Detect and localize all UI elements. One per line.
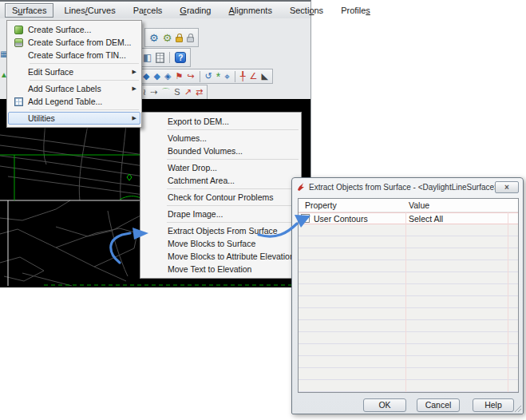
menu-item-label: Bounded Volumes... — [168, 146, 296, 156]
table-row-empty[interactable] — [299, 260, 518, 272]
table-row-empty[interactable] — [299, 344, 518, 356]
property-column-cell: User Contours — [299, 214, 405, 224]
cancel-button[interactable]: Cancel — [417, 398, 460, 412]
checkbox-checked-icon[interactable] — [301, 214, 310, 223]
table-header-row: Property Value — [299, 199, 518, 212]
toolbar-tools: ◧? — [138, 48, 191, 67]
menu-item-catchment-area[interactable]: Catchment Area... — [141, 174, 300, 187]
table-row-empty[interactable] — [299, 368, 518, 380]
table-row-empty[interactable] — [299, 332, 518, 344]
diamond-icon[interactable]: ◆ — [143, 72, 149, 81]
dialog-app-icon — [296, 182, 306, 192]
menu-icon-cell — [9, 97, 28, 106]
menu-item-label: Drape Image... — [168, 209, 296, 219]
table-row-user-contours[interactable]: User ContoursSelect All — [299, 212, 518, 224]
submenu-arrow-icon: ▶ — [132, 115, 136, 121]
star-green-icon[interactable]: * — [216, 71, 220, 82]
menu-item-label: Add Surface Labels — [28, 84, 129, 93]
menu-item-move-text-to-elevation[interactable]: Move Text to Elevation — [141, 263, 300, 275]
panel-icon[interactable]: ◧ — [143, 53, 152, 62]
polyline-icon[interactable]: ≀ — [143, 88, 146, 97]
menu-separator — [167, 222, 299, 223]
flag-icon[interactable]: ⚑ — [175, 72, 183, 81]
table-row-empty[interactable] — [299, 380, 518, 392]
menu-item-water-drop[interactable]: Water Drop... — [141, 161, 300, 174]
menu-item-label: Create Surface from TIN... — [28, 50, 136, 60]
menu-item-label: Extract Objects From Surface — [168, 226, 296, 236]
table-row-empty[interactable] — [299, 224, 518, 236]
menu-item-create-surface-from-dem[interactable]: Create Surface from DEM... — [8, 36, 140, 49]
help-icon[interactable]: ? — [175, 52, 186, 63]
gear-green-icon[interactable]: ⚙ — [163, 33, 172, 43]
table-row-empty[interactable] — [299, 236, 518, 248]
menu-item-move-blocks-to-attribute-elevation[interactable]: Move Blocks to Attribute Elevation — [141, 250, 300, 263]
lock-closed-icon[interactable] — [176, 37, 183, 42]
calculator-icon[interactable] — [156, 53, 164, 63]
arrow-ne-icon[interactable]: ↗ — [184, 88, 192, 97]
arrow-turn-icon[interactable]: ↪ — [187, 72, 194, 81]
corner-icon[interactable]: ◣ — [261, 72, 267, 81]
toolbar-separator — [200, 71, 200, 82]
menu-separator — [167, 129, 299, 130]
diamond-pencil-icon[interactable]: ◈ — [164, 72, 171, 81]
surfaces-menu: Create Surface...Create Surface from DEM… — [6, 20, 142, 128]
table-row-empty[interactable] — [299, 284, 518, 296]
menubar-item-sections[interactable]: Sections — [283, 3, 330, 18]
menu-item-move-blocks-to-surface[interactable]: Move Blocks to Surface — [141, 237, 300, 250]
table-row-empty[interactable] — [299, 248, 518, 260]
spline-icon[interactable]: S — [174, 88, 180, 97]
menu-icon-cell — [9, 26, 28, 34]
value-cell[interactable]: Select All — [405, 214, 443, 224]
diamond-icon[interactable]: ◆ — [153, 72, 160, 81]
close-icon[interactable]: × — [495, 181, 519, 193]
green-diamond-marker — [127, 174, 132, 180]
menu-item-add-legend-table[interactable]: Add Legend Table... — [8, 95, 140, 108]
menu-separator — [167, 188, 299, 189]
menubar-item-surfaces[interactable]: Surfaces — [5, 3, 53, 18]
angle-icon[interactable]: ∠ — [250, 72, 258, 81]
menu-item-bounded-volumes[interactable]: Bounded Volumes... — [141, 145, 300, 157]
dialog-titlebar[interactable]: Extract Objects from Surface - <Daylight… — [292, 178, 523, 196]
create-surface-icon — [14, 26, 23, 34]
table-row-empty[interactable] — [299, 356, 518, 368]
table-row-empty[interactable] — [299, 320, 518, 332]
property-cell: User Contours — [314, 214, 368, 224]
help-button[interactable]: Help — [473, 398, 514, 412]
table-row-empty[interactable] — [299, 308, 518, 320]
menu-item-add-surface-labels[interactable]: Add Surface Labels▶ — [8, 82, 140, 95]
table-row-empty[interactable] — [299, 272, 518, 284]
utilities-submenu: Export to DEM...Volumes...Bounded Volume… — [140, 112, 302, 279]
menu-item-export-to-dem[interactable]: Export to DEM... — [141, 115, 300, 128]
table-row-empty[interactable] — [299, 296, 518, 308]
lock-open-icon[interactable] — [187, 37, 194, 42]
ok-button[interactable]: OK — [363, 398, 406, 412]
menu-item-drape-image[interactable]: Drape Image... — [141, 208, 300, 220]
menu-item-edit-surface[interactable]: Edit Surface▶ — [8, 65, 140, 78]
menu-item-check-for-contour-problems[interactable]: Check for Contour Problems — [141, 191, 300, 204]
menu-icon-cell — [9, 38, 28, 47]
menu-separator — [167, 205, 299, 206]
menu-item-create-surface[interactable]: Create Surface... — [8, 23, 140, 36]
node-move-icon[interactable]: ⇢ — [150, 88, 157, 97]
menu-item-label: Catchment Area... — [168, 176, 296, 185]
menubar-item-parcels[interactable]: Parcels — [126, 3, 170, 18]
menu-item-utilities[interactable]: Utilities▶ — [8, 112, 140, 125]
arrows-swap-icon[interactable]: ⇄ — [196, 88, 203, 97]
arc-green-icon[interactable]: ⌒ — [161, 88, 170, 97]
menubar-item-alignments[interactable]: Alignments — [221, 3, 279, 18]
property-table: Property Value User ContoursSelect All — [298, 198, 519, 393]
menu-item-extract-objects-from-surface[interactable]: Extract Objects From Surface — [141, 224, 300, 237]
menu-item-label: Add Legend Table... — [28, 97, 136, 106]
menubar-item-profiles[interactable]: Profiles — [334, 3, 378, 18]
axis-icon[interactable]: ╀ — [240, 72, 246, 81]
toolbar-draw: ◆◆◈⚑↪↺*⌖╀∠◣ — [138, 69, 273, 84]
undo-icon[interactable]: ↺ — [205, 72, 212, 81]
menu-item-volumes[interactable]: Volumes... — [141, 132, 300, 145]
menubar-item-lines-curves[interactable]: Lines/Curves — [57, 3, 122, 18]
gear-blue-icon[interactable]: ⚙ — [149, 33, 159, 43]
menu-item-label: Move Blocks to Surface — [168, 239, 296, 248]
target-icon[interactable]: ⌖ — [224, 72, 230, 81]
menu-item-create-surface-from-tin[interactable]: Create Surface from TIN... — [8, 49, 140, 61]
menubar-item-grading[interactable]: Grading — [172, 3, 218, 18]
create-surface-dem-icon — [14, 38, 23, 47]
